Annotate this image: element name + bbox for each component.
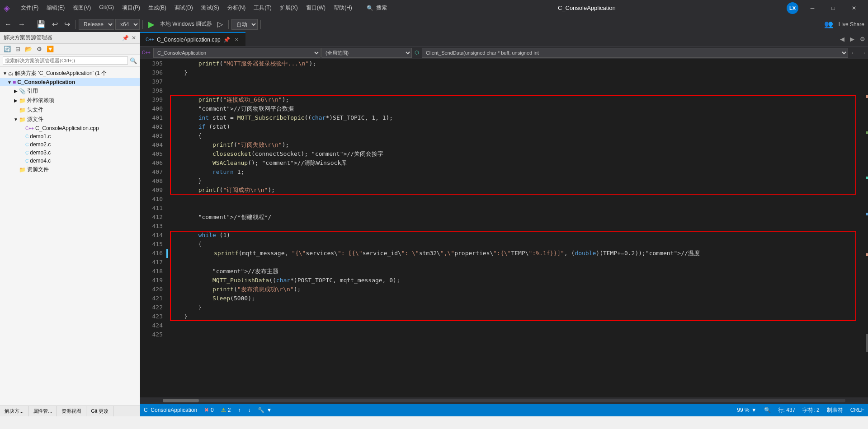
line-num-420: 420 (144, 285, 163, 294)
menu-project[interactable]: 项目(P) (118, 2, 144, 14)
collapse-all-button[interactable]: ⊟ (14, 45, 22, 53)
menu-test[interactable]: 测试(S) (198, 2, 223, 14)
resources-icon: 📁 (19, 167, 26, 173)
redo-button[interactable]: ↪ (61, 18, 73, 30)
menu-debug[interactable]: 调试(D) (171, 2, 197, 14)
error-icon: ✖ (204, 407, 209, 413)
properties-tab[interactable]: 属性管... (28, 406, 57, 416)
menu-help[interactable]: 帮助(H) (330, 2, 356, 14)
separator-2 (75, 20, 76, 29)
down-arrow-icon: ↓ (248, 407, 250, 413)
line-num-396: 396 (144, 68, 163, 77)
forward-button[interactable]: → (15, 19, 28, 30)
scope-select[interactable]: C_ConsoleApplication (153, 48, 321, 58)
solution-panel: 解决方案资源管理器 📌 ✕ 🔄 ⊟ 📂 ⚙ 🔽 🔍 ▼ 🗂 解决方案 'C_Co… (0, 32, 140, 416)
tab-scroll-left[interactable]: ◀ (837, 36, 847, 42)
save-all-button[interactable]: 💾 (34, 18, 48, 30)
solution-search-input[interactable] (3, 56, 128, 65)
line-num-416: 416 (144, 249, 163, 258)
demo4-node[interactable]: C demo4.c (0, 157, 140, 165)
menu-file[interactable]: 文件(F) (17, 2, 42, 14)
line-num-422: 422 (144, 303, 163, 312)
references-node[interactable]: ▶ 📎 引用 (0, 86, 140, 96)
resources-tab[interactable]: 资源视图 (57, 406, 86, 416)
user-avatar[interactable]: LX (787, 2, 798, 14)
status-warnings[interactable]: ⚠ 2 (221, 407, 231, 413)
git-changes-tab[interactable]: Git 更改 (86, 406, 113, 416)
navigate-up[interactable]: ↑ (238, 407, 241, 413)
line-num-399: 399 (144, 95, 163, 104)
ext-deps-node[interactable]: ▶ 📁 外部依赖项 (0, 96, 140, 105)
tab-scroll-right[interactable]: ▶ (847, 36, 857, 42)
run-without-debug-button[interactable]: ▷ (215, 18, 226, 30)
scroll-thumb[interactable] (163, 399, 199, 402)
build-actions[interactable]: 🔧 ▼ (258, 407, 272, 413)
line-num-401: 401 (144, 113, 163, 122)
search-label[interactable]: 搜索 (376, 4, 387, 12)
platform-select[interactable]: x64 x86 (115, 19, 140, 30)
back-button[interactable]: ← (2, 19, 14, 30)
status-zoom[interactable]: 99 % ▼ (737, 407, 756, 413)
auto-select[interactable]: 自动 (231, 19, 258, 30)
solution-root[interactable]: ▼ 🗂 解决方案 'C_ConsoleApplication' (1 个 (0, 69, 140, 78)
minimize-button[interactable]: ─ (802, 0, 823, 16)
code-line-411 (166, 204, 860, 213)
demo3-node[interactable]: C demo3.c (0, 149, 140, 157)
status-encoding[interactable]: CRLF (850, 407, 864, 413)
code-line-400: "comment">//订阅物联网平台数据 (166, 104, 860, 113)
main-container: 解决方案资源管理器 📌 ✕ 🔄 ⊟ 📂 ⚙ 🔽 🔍 ▼ 🗂 解决方案 'C_Co… (0, 32, 868, 416)
code-editor[interactable]: 3953963973983994004014024034044054064074… (140, 59, 868, 397)
demo2-node[interactable]: C demo2.c (0, 140, 140, 149)
line-num-421: 421 (144, 294, 163, 303)
project-node[interactable]: ▼ ■ C_ConsoleApplication (0, 78, 140, 86)
menu-tools[interactable]: 工具(T) (250, 2, 275, 14)
status-magnifier[interactable]: 🔍 (764, 407, 771, 413)
status-errors[interactable]: ✖ 0 (204, 407, 214, 413)
active-tab[interactable]: C++ C_ConsoleApplication.cpp 📌 ✕ (140, 32, 245, 47)
filter-button[interactable]: 🔽 (45, 45, 56, 53)
menu-window[interactable]: 窗口(W) (302, 2, 329, 14)
status-line-ending[interactable]: 制表符 (827, 406, 843, 414)
live-share-icon[interactable]: 👥 (821, 18, 836, 30)
menu-view[interactable]: 视图(V) (69, 2, 94, 14)
global-scope-select[interactable]: (全局范围) (321, 48, 412, 58)
navigate-down[interactable]: ↓ (248, 407, 250, 413)
close-button[interactable]: ✕ (844, 0, 864, 16)
source-files-node[interactable]: ▼ 📁 源文件 (0, 115, 140, 124)
menu-build[interactable]: 生成(B) (145, 2, 170, 14)
settings-icon[interactable]: ⚙ (857, 36, 868, 42)
status-solution: C_ConsoleApplication (144, 407, 197, 413)
search-icon: 🔍 (367, 5, 373, 11)
nav-back-button[interactable]: ← (849, 50, 858, 56)
live-share-label[interactable]: Live Share (837, 21, 866, 28)
resources-node[interactable]: 📁 资源文件 (0, 165, 140, 174)
code-content[interactable]: printf("MQTT服务器登录校验中...\n"); } printf("连… (166, 59, 860, 397)
demo1-icon: C (25, 134, 28, 139)
warning-count: 2 (228, 407, 231, 413)
main-cpp-node[interactable]: C++ C_ConsoleApplication.cpp (0, 124, 140, 132)
menu-extensions[interactable]: 扩展(X) (276, 2, 302, 14)
panel-title: 解决方案资源管理器 (4, 34, 52, 42)
build-config-select[interactable]: Release Debug (79, 19, 114, 30)
function-select[interactable]: Client_SendData(unsigned char * buff, un… (422, 48, 848, 58)
solution-tab[interactable]: 解决方... (0, 406, 28, 416)
headers-node[interactable]: 📁 头文件 (0, 105, 140, 115)
show-all-files-button[interactable]: 📂 (23, 45, 34, 53)
bottom-scrollbar[interactable] (140, 397, 868, 404)
source-arrow: ▼ (13, 117, 19, 122)
pin-icon[interactable]: 📌 (122, 35, 129, 41)
sync-button[interactable]: 🔄 (2, 45, 13, 53)
code-line-409: printf("订阅成功\r\n"); (166, 186, 860, 195)
menu-analyze[interactable]: 分析(N) (224, 2, 250, 14)
tab-close-button[interactable]: ✕ (233, 36, 240, 43)
demo1-node[interactable]: C demo1.c (0, 132, 140, 140)
nav-forward-button[interactable]: → (859, 50, 868, 56)
separator-5 (260, 20, 261, 29)
panel-close-icon[interactable]: ✕ (132, 35, 136, 41)
maximize-button[interactable]: □ (823, 0, 844, 16)
start-debug-button[interactable]: ▶ (146, 19, 157, 30)
menu-git[interactable]: Git(G) (95, 2, 118, 14)
undo-button[interactable]: ↩ (49, 18, 61, 30)
properties-button[interactable]: ⚙ (35, 45, 44, 53)
menu-edit[interactable]: 编辑(E) (43, 2, 68, 14)
